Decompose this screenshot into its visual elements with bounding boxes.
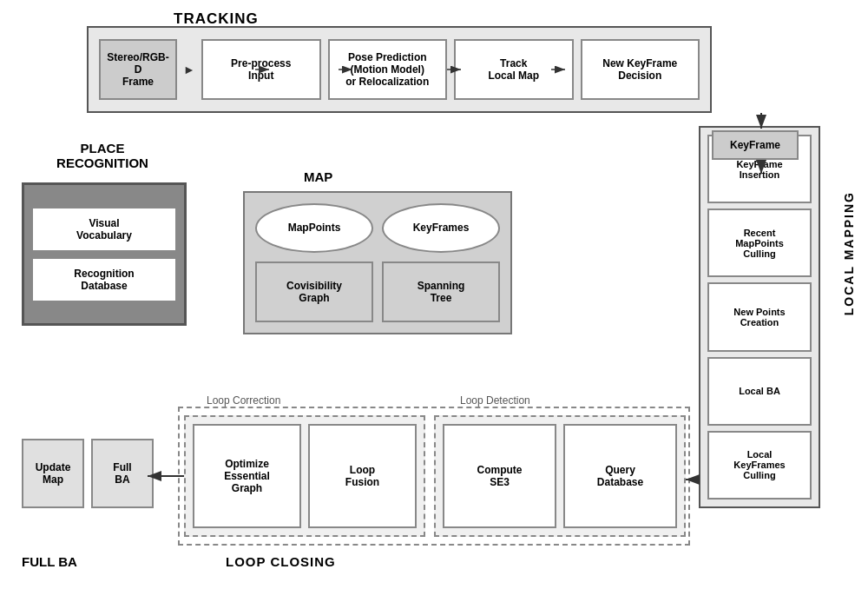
preprocess-box: Pre-processInput [201,39,321,100]
optimize-essential-graph-box: OptimizeEssentialGraph [193,424,301,528]
loop-closing-label: LOOP CLOSING [226,554,336,569]
new-keyframe-decision-box: New KeyFrameDecision [581,39,700,100]
keyframes-box: KeyFrames [382,203,500,253]
loop-correction-label: Loop Correction [207,394,280,407]
local-mapping-section: KeyFrameInsertion RecentMapPointsCulling… [699,126,820,508]
tracking-section: Stereo/RGB-DFrame Pre-processInput Pose … [87,26,712,113]
compute-se3-box: ComputeSE3 [443,424,556,528]
local-keyframes-culling-box: LocalKeyFramesCulling [707,431,812,500]
loop-detection-inner: ComputeSE3 QueryDatabase [434,415,686,537]
stereo-box: Stereo/RGB-DFrame [99,39,177,100]
local-ba-box: Local BA [707,357,812,426]
pose-prediction-box: Pose Prediction(Motion Model)or Relocali… [328,39,448,100]
full-ba-box: FullBA [91,439,154,508]
new-points-creation-box: New PointsCreation [707,282,812,351]
update-map-box: UpdateMap [22,439,84,508]
spanning-tree-box: SpanningTree [382,261,500,323]
place-recognition-section: VisualVocabulary RecognitionDatabase [22,182,187,326]
covisibility-graph-box: CovisibilityGraph [255,261,373,323]
place-recognition-label: PLACERECOGNITION [33,141,172,170]
tracking-label: TRACKING [174,10,259,28]
loop-correction-inner: OptimizeEssentialGraph LoopFusion [184,415,425,537]
loop-fusion-box: LoopFusion [308,424,417,528]
loop-detection-label: Loop Detection [460,394,530,407]
full-ba-outer: UpdateMap FullBA [22,439,154,508]
full-ba-label: FULL BA [22,554,77,569]
arrow-stereo-to-preprocess [177,63,201,76]
recognition-database-box: RecognitionDatabase [31,257,177,302]
map-label: MAP [304,169,332,184]
local-mapping-label: LOCAL MAPPING [842,191,856,315]
track-boxes: Pre-processInput Pose Prediction(Motion … [201,39,700,100]
recent-mappoints-culling-box: RecentMapPointsCulling [707,208,812,277]
visual-vocabulary-box: VisualVocabulary [31,207,177,252]
query-database-box: QueryDatabase [563,424,677,528]
track-local-map-box: TrackLocal Map [454,39,574,100]
mappoints-box: MapPoints [255,203,373,253]
keyframe-box: KeyFrame [712,130,799,160]
map-section: MapPoints KeyFrames CovisibilityGraph Sp… [243,191,512,334]
diagram: TRACKING Stereo/RGB-DFrame Pre-processIn… [0,0,868,589]
